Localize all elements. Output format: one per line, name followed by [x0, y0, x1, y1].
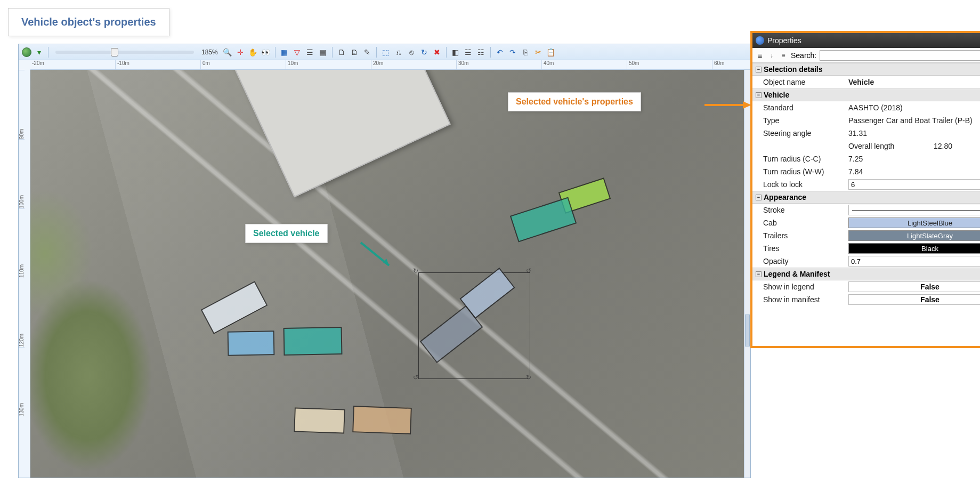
ruler-tick: -10m: [116, 60, 201, 69]
opacity-input[interactable]: [848, 256, 980, 267]
rotate-handle-icon[interactable]: ↻: [413, 267, 419, 273]
mirror-h-button[interactable]: ◧: [450, 46, 461, 58]
open-doc-button[interactable]: 🗎: [349, 46, 360, 58]
section-vehicle[interactable]: − Vehicle: [752, 88, 980, 101]
new-doc-button[interactable]: 🗋: [336, 46, 347, 58]
toolbar: ▾ 185% 🔍 ✛ ✋ 👀 ▦ ▽ ☰ ▤ 🗋 🗎 ✎ ⬚ ⎌ ⎋ ↻ ✖ ◧…: [19, 44, 750, 60]
yield-button[interactable]: ▽: [292, 46, 303, 58]
ruler-tick: 0m: [201, 60, 286, 69]
prop-stroke[interactable]: Stroke 0.75: [752, 204, 980, 216]
vehicle-overlay[interactable]: [201, 281, 268, 334]
redo-button[interactable]: ↷: [507, 46, 518, 58]
vehicle-overlay[interactable]: [294, 407, 345, 433]
sort-icon[interactable]: ↓: [767, 51, 776, 60]
prop-tires-color[interactable]: Tires Black: [752, 242, 980, 255]
prop-value[interactable]: AASHTO (2018): [848, 103, 980, 112]
lock-to-lock-input[interactable]: [848, 179, 980, 190]
prop-standard[interactable]: Standard AASHTO (2018): [752, 101, 980, 114]
section-title: Selection details: [764, 65, 822, 74]
paste-button[interactable]: 📋: [546, 46, 556, 58]
delete-button[interactable]: ✖: [432, 46, 442, 58]
layers-dropdown-button[interactable]: ▾: [34, 46, 44, 58]
zoom-level-text: 185%: [201, 49, 218, 56]
section-title: Legend & Manifest: [764, 270, 830, 278]
ruler-tick: 20m: [371, 60, 457, 69]
prop-label: Show in legend: [763, 283, 848, 291]
ruler-tick: 110m: [19, 208, 25, 278]
grid-button[interactable]: ▤: [318, 46, 328, 58]
palette-button[interactable]: ▦: [279, 46, 290, 58]
zoom-tool-button[interactable]: 🔍: [222, 46, 233, 58]
prop-value[interactable]: Passenger Car and Boat Trailer (P-B): [848, 116, 980, 125]
section-appearance[interactable]: − Appearance: [752, 191, 980, 204]
ruler-tick: 120m: [19, 278, 25, 347]
unlink-button[interactable]: ⎋: [406, 46, 417, 58]
edit-doc-button[interactable]: ✎: [362, 46, 372, 58]
prop-type[interactable]: Type Passenger Car and Boat Trailer (P-B…: [752, 114, 980, 127]
rotate-handle-icon[interactable]: ↻: [526, 374, 532, 380]
prop-value: Vehicle: [848, 78, 980, 86]
find-button[interactable]: 👀: [261, 46, 271, 58]
prop-cab-color[interactable]: Cab LightSteelBlue: [752, 216, 980, 229]
ruler-tick: 100m: [19, 139, 25, 208]
toolbar-separator: [490, 47, 491, 58]
list-button[interactable]: ☰: [305, 46, 315, 58]
map-canvas[interactable]: ↺ ↻ ↻ ↺: [30, 70, 750, 478]
copy-button[interactable]: ⎘: [520, 46, 531, 58]
vehicle-overlay[interactable]: [284, 327, 343, 356]
group-button[interactable]: ⬚: [380, 46, 391, 58]
prop-opacity[interactable]: Opacity ◆: [752, 255, 980, 268]
ruler-tick: 90m: [19, 70, 25, 139]
rotate-handle-icon[interactable]: ↺: [413, 374, 419, 380]
bool-value[interactable]: False: [848, 281, 980, 292]
prop-label: Standard: [763, 103, 848, 112]
search-input[interactable]: [820, 50, 980, 61]
vehicle-overlay[interactable]: [352, 406, 412, 434]
properties-titlebar[interactable]: Properties ⟲ ✕: [752, 33, 980, 48]
globe-icon[interactable]: [22, 47, 31, 57]
collapse-icon[interactable]: −: [756, 92, 762, 98]
categorize-icon[interactable]: ≣: [756, 51, 764, 60]
hand-button[interactable]: ✋: [248, 46, 258, 58]
section-title: Vehicle: [764, 91, 789, 99]
toolbar-separator: [275, 47, 276, 58]
vertical-scrollbar[interactable]: [744, 70, 750, 478]
rotate-handle-icon[interactable]: ↺: [526, 267, 532, 273]
color-swatch-cab[interactable]: LightSteelBlue: [848, 217, 980, 228]
arrow-icon: [360, 241, 397, 273]
vehicle-overlay[interactable]: [510, 197, 577, 243]
prop-show-in-manifest[interactable]: Show in manifest False: [752, 293, 980, 306]
section-legend-manifest[interactable]: − Legend & Manifest: [752, 268, 980, 280]
ruler-vertical: 90m 100m 110m 120m 130m: [19, 70, 30, 478]
collapse-icon[interactable]: −: [756, 271, 762, 277]
collapse-icon[interactable]: −: [756, 67, 762, 72]
distribute-button[interactable]: ☷: [476, 46, 487, 58]
callout-selected-vehicle: Selected vehicle: [245, 224, 328, 243]
expand-icon[interactable]: ≡: [779, 51, 788, 60]
section-title: Appearance: [764, 193, 806, 201]
link-button[interactable]: ⎌: [393, 46, 404, 58]
color-swatch-trailers[interactable]: LightSlateGray: [848, 230, 980, 241]
prop-turn-radius-ww: Turn radius (W-W) 7.84 m: [752, 165, 980, 178]
toolbar-separator: [332, 47, 333, 58]
vehicle-overlay[interactable]: [228, 330, 275, 356]
prop-lock-to-lock[interactable]: Lock to lock ◆ s: [752, 178, 980, 191]
cut-button[interactable]: ✂: [533, 46, 544, 58]
scrollbar-thumb[interactable]: [745, 314, 750, 346]
target-button[interactable]: ✛: [235, 46, 246, 58]
refresh-button[interactable]: ↻: [419, 46, 430, 58]
color-swatch-tires[interactable]: Black: [848, 243, 980, 254]
zoom-slider-thumb[interactable]: [111, 48, 118, 57]
prop-show-in-legend[interactable]: Show in legend False: [752, 280, 980, 293]
stroke-preview[interactable]: [848, 205, 980, 215]
bool-value[interactable]: False: [848, 294, 980, 305]
section-selection-details[interactable]: − Selection details: [752, 63, 980, 76]
ruler-tick: 30m: [457, 60, 542, 69]
properties-title-text: Properties: [767, 36, 801, 45]
zoom-slider[interactable]: [55, 51, 194, 54]
undo-button[interactable]: ↶: [495, 46, 505, 58]
prop-trailers-color[interactable]: Trailers LightSlateGray: [752, 229, 980, 242]
align-button[interactable]: ☱: [463, 46, 474, 58]
collapse-icon[interactable]: −: [756, 195, 762, 200]
prop-label: Turn radius (C-C): [763, 155, 848, 163]
